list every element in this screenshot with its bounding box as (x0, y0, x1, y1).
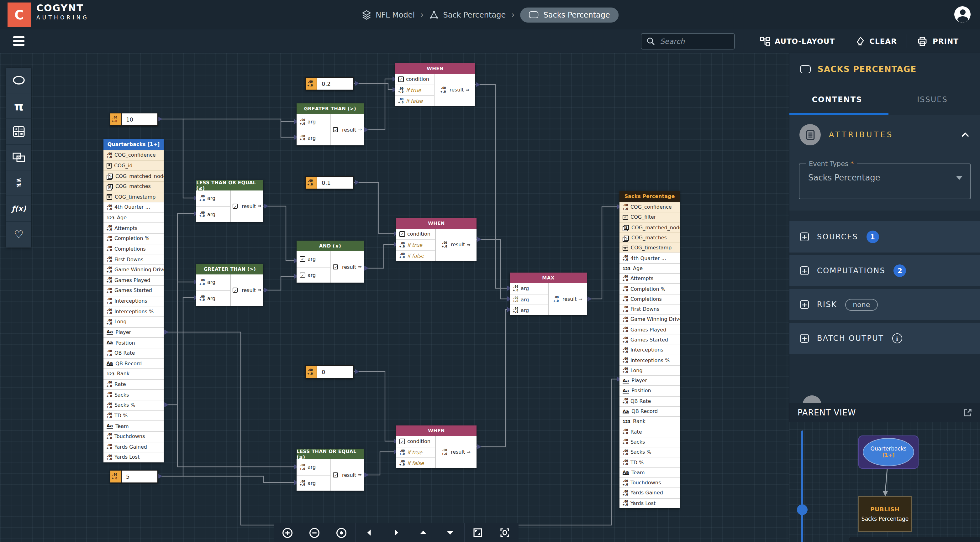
entity-node[interactable]: Quarterbacks [1+].00+.0COG_confidenceCOG… (103, 139, 164, 463)
field-row[interactable]: .00+.0Sacks % (103, 400, 164, 410)
field-row[interactable]: AaPosition (619, 386, 680, 396)
field-row[interactable]: SCOG_matches (619, 233, 680, 243)
field-row[interactable]: AaQB Record (619, 406, 680, 416)
expand-icon[interactable]: + (800, 266, 809, 275)
field-row[interactable]: .00+.0Games Played (103, 275, 164, 285)
field-row[interactable]: .00+.0Long (103, 317, 164, 327)
op-input-row[interactable]: .00+.0arg (196, 206, 230, 222)
breadcrumb-sack-percentage[interactable]: Sack Percentage (429, 10, 506, 19)
parent-view-scrollbar[interactable] (849, 537, 980, 542)
field-row[interactable]: .00+.0Games Started (619, 334, 680, 345)
zoom-in-button[interactable] (274, 523, 301, 542)
attributes-header[interactable]: ATTRIBUTES (789, 115, 980, 155)
focus-selection-button[interactable] (492, 523, 519, 542)
op-input-row[interactable]: .00+.0if false (396, 250, 435, 261)
clear-button[interactable]: CLEAR (845, 29, 907, 53)
chevron-up-icon[interactable] (961, 131, 970, 138)
calculator-tool[interactable] (6, 119, 31, 145)
search-box[interactable] (641, 33, 735, 49)
field-row[interactable]: 123Age (619, 263, 680, 274)
op-input-row[interactable]: .00+.0arg (196, 290, 230, 306)
field-row[interactable]: .00+.0Games Played (619, 324, 680, 334)
op-input-row[interactable]: ✓condition (396, 229, 435, 239)
ellipse-tool[interactable] (6, 68, 31, 94)
field-row[interactable]: .00+.0Yards Gained (103, 441, 164, 452)
breadcrumb-sacks-percentage-active[interactable]: Sacks Percentage (520, 7, 619, 22)
operation-node[interactable]: WHEN✓condition.00+.0if true.00+.0if fals… (396, 425, 477, 468)
field-row[interactable]: .00+.0Interceptions (619, 345, 680, 355)
field-row[interactable]: .00+.0Touchdowns (103, 431, 164, 441)
auto-layout-button[interactable]: AUTO-LAYOUT (749, 29, 845, 53)
op-input-row[interactable]: .00+.0arg (297, 130, 331, 145)
op-result-port[interactable]: .00+.0result⇒ (434, 74, 475, 106)
field-row[interactable]: .00+.0Rate (619, 426, 680, 437)
op-input-row[interactable]: .00+.0if true (396, 447, 435, 457)
breadcrumb-nfl-model[interactable]: NFL Model (361, 10, 415, 20)
field-row[interactable]: 123Rank (619, 416, 680, 426)
op-input-row[interactable]: .00+.0if true (396, 239, 435, 250)
field-row[interactable]: .00+.0Completion % (619, 284, 680, 294)
field-row[interactable]: .00+.0Completions (619, 293, 680, 304)
field-row[interactable]: .00+.0Game Winning Drives (103, 265, 164, 275)
search-input[interactable] (659, 36, 729, 46)
field-row[interactable]: .00+.0QB Rate (103, 348, 164, 358)
field-row[interactable]: 123Rank (103, 368, 164, 379)
field-row[interactable]: .00+.0First Downs (619, 304, 680, 314)
field-row[interactable]: 123Age (103, 212, 164, 223)
menu-icon[interactable] (13, 36, 24, 46)
field-row[interactable]: SCOG_matched_nodes (103, 171, 164, 181)
op-input-row[interactable]: .00+.0if false (395, 95, 434, 106)
op-input-row[interactable]: .00+.0arg (196, 190, 230, 206)
pan-down-button[interactable] (437, 523, 464, 542)
section-sources[interactable]: +SOURCES1 (789, 221, 980, 252)
field-row[interactable]: COG_timestamp (103, 192, 164, 202)
op-input-row[interactable]: .00+.0arg (510, 294, 548, 304)
field-row[interactable]: .00+.0COG_confidence (619, 202, 680, 212)
operation-node[interactable]: WHEN✓condition.00+.0if true.00+.0if fals… (395, 63, 475, 106)
parent-view-canvas[interactable]: Quarterbacks [1+] PUBLISH Sacks Percenta… (789, 422, 980, 542)
operation-node[interactable]: GREATER THAN (>).00+.0arg.00+.0arg✓resul… (297, 103, 364, 145)
op-input-row[interactable]: ✓condition (396, 436, 435, 447)
field-row[interactable]: AaPlayer (103, 327, 164, 337)
expand-icon[interactable]: + (800, 233, 809, 241)
op-result-port[interactable]: ✓result⇒ (331, 459, 364, 491)
op-result-port[interactable]: ✓result⇒ (231, 190, 263, 222)
info-icon[interactable]: i (892, 333, 902, 343)
op-result-port[interactable]: .00+.0result⇒ (436, 229, 477, 261)
field-row[interactable]: .00+.0Interceptions % (619, 355, 680, 365)
expand-icon[interactable]: + (800, 334, 809, 343)
operation-node[interactable]: WHEN✓condition.00+.0if true.00+.0if fals… (396, 218, 477, 261)
field-row[interactable]: .00+.0Touchdowns (619, 477, 680, 488)
event-types-field[interactable]: Event Types * Sacks Percentage (799, 163, 970, 199)
pan-left-button[interactable] (356, 523, 383, 542)
op-input-row[interactable]: ✓arg (297, 267, 331, 282)
op-input-row[interactable]: .00+.0if false (396, 457, 435, 468)
zoom-reset-button[interactable] (328, 523, 355, 542)
field-row[interactable]: SCOG_matched_nodes (619, 222, 680, 233)
field-row[interactable]: .00+.0Yards Lost (103, 452, 164, 462)
constant-node[interactable]: .00+.00.2 (305, 77, 354, 90)
chevron-down-icon[interactable] (956, 176, 963, 179)
zoom-out-button[interactable] (301, 523, 328, 542)
field-row[interactable]: .00+.0Yards Lost (619, 498, 680, 508)
op-result-port[interactable]: ✓result⇒ (331, 251, 364, 282)
field-row[interactable]: AaPosition (103, 338, 164, 348)
field-row[interactable]: COG_timestamp (619, 242, 680, 253)
op-result-port[interactable]: .00+.0result⇒ (436, 436, 477, 468)
tab-contents[interactable]: CONTENTS (789, 85, 885, 115)
operation-node[interactable]: GREATER THAN (>).00+.0arg.00+.0arg✓resul… (196, 264, 263, 306)
field-row[interactable]: ✓COG_filter (619, 212, 680, 222)
field-row[interactable]: .00+.0Sacks (619, 437, 680, 447)
field-row[interactable]: .00+.0COG_confidence (103, 150, 164, 160)
field-row[interactable]: .00+.0Interceptions % (103, 306, 164, 317)
field-row[interactable]: .00+.0Sacks (103, 390, 164, 400)
pan-right-button[interactable] (383, 523, 410, 542)
comparison-tool[interactable]: ≤≠ (6, 170, 31, 196)
field-row[interactable]: .00+.0Rate (103, 379, 164, 390)
op-input-row[interactable]: .00+.0arg (196, 274, 230, 290)
field-row[interactable]: AaQB Record (103, 358, 164, 368)
field-row[interactable]: AaPlayer (619, 375, 680, 386)
field-row[interactable]: .00+.0Completions (103, 243, 164, 254)
open-parent-view-button[interactable] (963, 407, 972, 417)
op-input-row[interactable]: .00+.0arg (297, 475, 331, 491)
